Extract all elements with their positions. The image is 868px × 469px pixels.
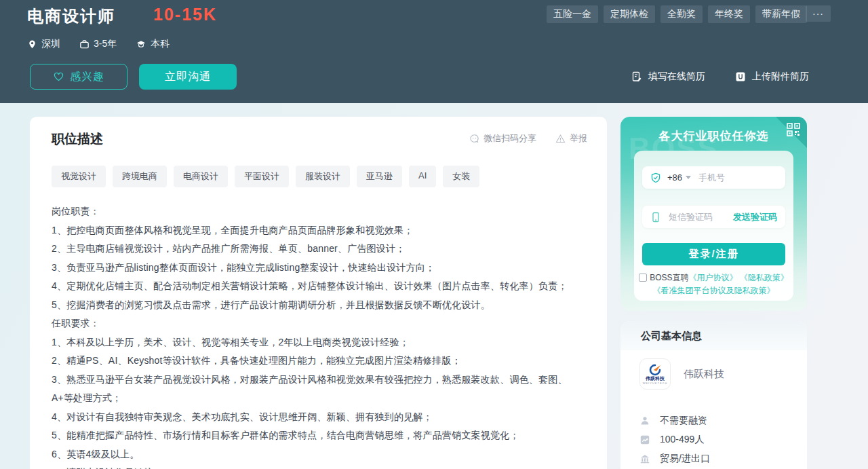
welfare-tags: 五险一金 定期体检 全勤奖 年终奖 带薪年假 [547, 5, 807, 23]
resume-edit-icon [631, 71, 642, 82]
report-link[interactable]: 举报 [555, 132, 587, 145]
more-welfare-button[interactable]: ··· [806, 5, 831, 22]
description-line: 1、本科及以上学历，美术、设计、视觉等相关专业，2年以上电商类视觉设计经验； [52, 333, 585, 352]
salary: 10-15K [153, 5, 217, 24]
company-logo[interactable]: 伟跃科技 WEIYUETECH [639, 358, 671, 390]
chevron-down-icon[interactable] [686, 176, 691, 179]
meta-experience: 3-5年 [79, 38, 117, 50]
description-line: 6、英语4级及以上。 [52, 445, 585, 464]
user-agreement-link[interactable]: 《用户协议》 [689, 273, 738, 282]
skill-tag: AI [409, 166, 436, 187]
interested-button-label: 感兴趣 [70, 70, 104, 84]
company-logo-mark [647, 364, 663, 376]
phone-input[interactable] [698, 172, 777, 183]
fill-online-resume-label: 填写在线简历 [648, 71, 705, 83]
meta-location-label: 深圳 [41, 38, 60, 50]
company-industry-row: 贸易/进出口 [639, 449, 793, 468]
skill-tag: 平面设计 [235, 166, 289, 187]
description-line: 3、熟悉亚马逊平台女装产品视觉设计风格，对服装产品设计风格和视觉效果有较强把控力… [52, 371, 585, 408]
job-description-text: 岗位职责： 1、把控电商页面整体风格和视觉呈现，全面提升电商产品页面品牌形象和视… [52, 202, 585, 469]
welfare-tag: 五险一金 [547, 5, 598, 23]
shield-check-icon [650, 172, 661, 183]
location-pin-icon [27, 39, 37, 50]
header-actions: 感兴趣 立即沟通 [30, 64, 237, 90]
job-header: 电商设计师 10-15K 五险一金 定期体检 全勤奖 年终奖 带薪年假 ··· … [0, 0, 868, 103]
kanzhun-policy-link[interactable]: 《看准集团平台协议及隐私政策》 [653, 286, 775, 295]
chat-now-button[interactable]: 立即沟通 [139, 64, 237, 90]
upload-resume-link[interactable]: 上传附件简历 [735, 71, 809, 83]
skill-tag: 视觉设计 [52, 166, 106, 187]
send-code-button[interactable]: 发送验证码 [733, 211, 777, 223]
welfare-tag: 定期体检 [604, 5, 655, 23]
skill-tag: 电商设计 [174, 166, 228, 187]
description-line: 4、定期优化店铺主页、配合活动制定相关营销设计策略，对店铺整体设计输出、设计效果… [52, 277, 585, 296]
meta-location: 深圳 [27, 38, 60, 50]
company-info-card: 公司基本信息 伟跃科技 WEIYUETECH 伟跃科技 不需要融资 100-49… [620, 321, 807, 469]
meta-education: 本科 [136, 38, 170, 50]
welfare-tag: 带薪年假 [755, 5, 807, 23]
description-line: 任职要求： [52, 314, 585, 333]
wechat-share-label: 微信扫码分享 [484, 132, 536, 145]
funding-icon [639, 415, 650, 426]
description-line: 2、主导电商店铺视觉设计，站内产品推广所需海报、单页、banner、广告图设计； [52, 240, 585, 259]
skill-tag: 女装 [443, 166, 479, 187]
fill-online-resume-link[interactable]: 填写在线简历 [631, 71, 705, 83]
company-logo-text: 伟跃科技 [646, 376, 665, 381]
phone-prefix-select[interactable]: +86 [667, 172, 682, 183]
description-line: 3、负责亚马逊产品listing整体页面设计，能独立完成listing整案设计，… [52, 259, 585, 278]
description-line: 1、把控电商页面整体风格和视觉呈现，全面提升电商产品页面品牌形象和视觉效果； [52, 221, 585, 240]
report-label: 举报 [570, 132, 587, 145]
skill-tag: 亚马逊 [357, 166, 402, 187]
page: 电商设计师 10-15K 五险一金 定期体检 全勤奖 年终奖 带薪年假 ··· … [0, 0, 868, 469]
login-panel: +86 发送验证码 登录/注册 BOSS直聘《用户协议》 《隐私政策》 《看准集… [634, 151, 793, 301]
headcount-icon [639, 434, 650, 445]
job-description-card: 职位描述 微信扫码分享 举报 视觉设计 跨境电商 电商设计 平面 [30, 117, 607, 469]
sms-code-input[interactable] [669, 212, 730, 222]
company-card-title: 公司基本信息 [620, 321, 807, 350]
warning-triangle-icon [555, 134, 566, 144]
upload-resume-label: 上传附件简历 [752, 71, 809, 83]
section-title-job-description: 职位描述 [52, 132, 103, 146]
sms-code-field: 发送验证码 [642, 206, 785, 228]
agreement-text: BOSS直聘《用户协议》 《隐私政策》 《看准集团平台协议及隐私政策》 [638, 271, 789, 297]
job-card-head: 职位描述 微信扫码分享 举报 [52, 130, 585, 147]
login-card: BOSS 各大行业职位任你选 +86 发送验证码 登录/注册 BOSS直聘《用户… [620, 117, 807, 311]
login-register-button[interactable]: 登录/注册 [642, 243, 785, 265]
qr-code-icon[interactable] [786, 122, 801, 137]
company-headcount-label: 100-499人 [660, 434, 704, 446]
mobile-phone-icon [650, 212, 661, 223]
description-line: 2、精通PS、AI、Keyshot等设计软件，具备快速处理图片能力，能独立完成图… [52, 352, 585, 371]
heart-icon [53, 71, 64, 82]
wechat-share-icon [469, 134, 479, 144]
company-headcount-row: 100-499人 [639, 430, 793, 449]
description-line: 4、对设计有自我独特审美观念、美术功底扎实、设计思维开阔、新颖、拥有独到的见解； [52, 408, 585, 427]
phone-field: +86 [642, 166, 785, 189]
description-line: 5、能精准把握产品特性、市场行情和目标客户群体的需求特点，结合电商营销思维，将产… [52, 426, 585, 445]
attachment-icon [735, 71, 746, 82]
company-name[interactable]: 伟跃科技 [684, 368, 724, 381]
head-tools: 微信扫码分享 举报 [469, 132, 587, 145]
description-line: 岗位职责： [52, 202, 585, 221]
meta-education-label: 本科 [151, 38, 170, 50]
industry-icon [639, 453, 650, 464]
agreement-prefix: BOSS直聘 [650, 273, 688, 282]
agreement-checkbox[interactable] [639, 274, 647, 282]
briefcase-icon [79, 39, 90, 50]
page-title: 电商设计师 [27, 5, 115, 27]
graduation-cap-icon [136, 39, 146, 50]
skill-tag: 服装设计 [296, 166, 350, 187]
company-funding-row: 不需要融资 [639, 411, 793, 430]
description-line: 7、请附上设计作品链接。 [52, 464, 585, 469]
company-funding-label: 不需要融资 [660, 415, 707, 427]
interested-button[interactable]: 感兴趣 [30, 64, 127, 90]
company-industry-label: 贸易/进出口 [660, 453, 710, 465]
company-logo-subtext: WEIYUETECH [643, 381, 668, 385]
skill-tag: 跨境电商 [113, 166, 167, 187]
wechat-share-link[interactable]: 微信扫码分享 [469, 132, 536, 145]
skill-tags: 视觉设计 跨境电商 电商设计 平面设计 服装设计 亚马逊 AI 女装 [52, 166, 585, 187]
company-info-list: 不需要融资 100-499人 贸易/进出口 [639, 411, 793, 468]
welfare-tag: 全勤奖 [660, 5, 703, 23]
privacy-policy-link[interactable]: 《隐私政策》 [740, 273, 789, 282]
job-meta: 深圳 3-5年 本科 [27, 38, 170, 50]
meta-experience-label: 3-5年 [94, 38, 117, 50]
